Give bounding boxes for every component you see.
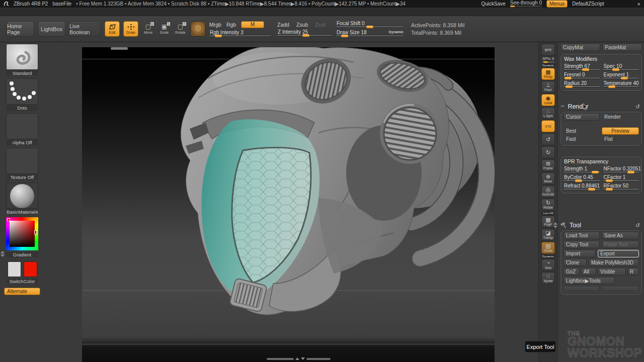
zcut-button[interactable]: Zcut [315,22,325,28]
pastemat-button[interactable]: PasteMat [602,44,642,51]
alternate-button[interactable]: Alternate [4,288,40,295]
tool-section-header[interactable]: Tool ↺ [560,220,642,230]
quicksave-button[interactable]: QuickSave [481,1,505,7]
fast-render-button[interactable]: Fast [564,135,600,143]
import-button[interactable]: Import [564,250,596,257]
default-zscript-button[interactable]: DefaultZScript [572,1,604,7]
local-button[interactable]: ◉ Local [541,94,555,106]
helmet-model[interactable] [82,47,495,356]
z-intensity-slider[interactable]: Z Intensity 25 [277,29,332,37]
flat-render-button[interactable]: Flat [602,135,639,143]
current-material-thumbnail[interactable] [6,183,38,209]
home-page-button[interactable]: Home Page [7,21,34,37]
cursor-button[interactable]: Cursor [564,113,600,121]
spin-left-button[interactable]: ↺ [541,133,555,145]
xyz-button[interactable]: XYZ [541,120,555,132]
spin-right-button[interactable]: ↻ [541,146,555,158]
transparency-slider[interactable]: CFactor 1 [603,174,639,182]
lsym-button[interactable]: ∴ L.Sym [541,107,555,119]
copymat-button[interactable]: CopyMat [560,44,600,51]
current-brush-preview[interactable] [190,21,206,37]
render-section-header[interactable]: ✑ Render ↺ [560,102,642,112]
lightbox-button[interactable]: LightBox [38,21,65,37]
tool-reset-icon[interactable]: ↺ [635,223,640,228]
xpose-button[interactable]: ∷ Xpose [541,272,555,284]
right-tray-divider[interactable] [553,222,557,228]
live-boolean-button[interactable]: Live Boolean [69,21,101,37]
draw-button[interactable]: Draw [123,21,138,37]
render-mode-button[interactable]: Render [602,113,639,121]
zbrush-document[interactable] [82,47,495,362]
wax-slider[interactable]: Fresnel 0 [564,72,600,79]
clone-button[interactable]: Clone [564,259,587,266]
transparency-slider[interactable]: ByColor 0.45 [564,174,600,182]
transparency-slider[interactable]: NFactor 0.32051 [603,166,639,173]
draw-size-slider[interactable]: Draw Size 18 Dynamic [336,30,404,37]
transp-button[interactable]: ◪ Transp [541,229,555,241]
persp-button[interactable]: Dynamic ▦ Persp [541,64,555,80]
goz-visible-button[interactable]: Visible [598,268,626,276]
viewport-canvas[interactable] [44,42,538,362]
rgb-intensity-slider[interactable]: Rgb Intensity 3 [209,30,271,37]
best-render-button[interactable]: Best [564,127,600,135]
m-button[interactable]: M [241,21,264,28]
polyframe-button[interactable]: Line Fill ▦ PolyF [541,212,555,228]
goz-button[interactable]: GoZ [564,268,580,276]
wax-slider[interactable]: Spec 10 [603,63,639,71]
copy-tool-button[interactable]: Copy Tool [564,241,600,248]
left-tray-divider[interactable] [1,251,5,257]
make-polymesh3d-button[interactable]: Make PolyMesh3D [589,259,639,266]
ghost-button[interactable]: ▧ Ghost [541,242,555,254]
goz-r-button[interactable]: R [627,268,639,276]
scroll-down-arrow-icon[interactable] [301,357,305,360]
scroll-up-arrow-icon[interactable] [295,357,299,360]
main-color-swatch[interactable] [8,261,21,277]
color-picker-sv-square[interactable] [10,221,35,247]
rotate-3d-button[interactable]: ↻ Rotate [541,199,555,211]
mini-slider[interactable] [542,61,554,63]
rgb-button[interactable]: Rgb [226,22,236,28]
save-as-button[interactable]: Save As [602,232,639,239]
transparency-slider[interactable]: RFactor 50 [603,183,639,191]
clipped-button[interactable] [602,286,639,290]
frame-button[interactable]: ⊞ Frame [541,159,555,171]
transparency-slider[interactable]: Refract 0.88461 [564,183,600,191]
floor-button[interactable]: ⊥ Floor [541,81,555,93]
export-tool-tooltip[interactable]: Export Tool [525,341,556,352]
export-button[interactable]: Export [598,250,639,257]
zadd-button[interactable]: Zadd [277,22,289,28]
transparency-slider[interactable]: Strength 1 [564,166,600,173]
zoom3d-button[interactable]: ◎ Zoom3D [541,186,555,198]
switch-color-button[interactable]: SwitchColor [6,279,38,284]
lightbox-tools-button[interactable]: Lightbox▶Tools [564,277,615,285]
current-alpha-thumbnail[interactable] [6,113,38,139]
move-3d-button[interactable]: ⊕ Move [541,172,555,185]
solo-button[interactable]: Dynamic ◔ Solo [541,255,555,271]
canvas-top-scrollbar[interactable] [111,47,128,50]
wax-slider[interactable]: Radius 20 [564,80,600,88]
secondary-color-swatch[interactable] [24,261,37,277]
move-button[interactable]: M ▢ Move [142,22,154,36]
goz-all-button[interactable]: All [581,268,596,276]
current-stroke-thumbnail[interactable] [6,78,38,105]
spix-slider[interactable]: SPix 3 [541,57,555,63]
rotate-button[interactable]: R ▢ Rotate [174,22,187,36]
bpr-button[interactable]: BPR [541,44,555,56]
current-brush-thumbnail[interactable] [6,44,38,70]
edit-button[interactable]: Edit [105,21,120,37]
scale-button[interactable]: S ▣ Scale [158,22,171,36]
canvas-bottom-scrollbar[interactable] [267,357,331,360]
menus-button[interactable]: Menus [546,0,568,8]
load-tool-button[interactable]: Load Tool [564,232,600,239]
render-reset-icon[interactable]: ↺ [635,104,640,110]
wax-slider[interactable]: Strength 67 [564,63,600,71]
see-through-slider[interactable]: See-through 0 [510,1,542,7]
wax-slider[interactable]: Exponent 1 [603,72,639,79]
paste-tool-button[interactable]: Paste Tool [602,241,639,248]
preview-render-button[interactable]: Preview [602,127,639,135]
focal-shift-slider[interactable]: Focal Shift 0 [336,21,404,28]
clipped-button[interactable] [564,286,600,290]
close-icon[interactable]: × [637,1,640,7]
color-picker[interactable] [6,217,38,250]
current-texture-thumbnail[interactable] [6,148,38,174]
